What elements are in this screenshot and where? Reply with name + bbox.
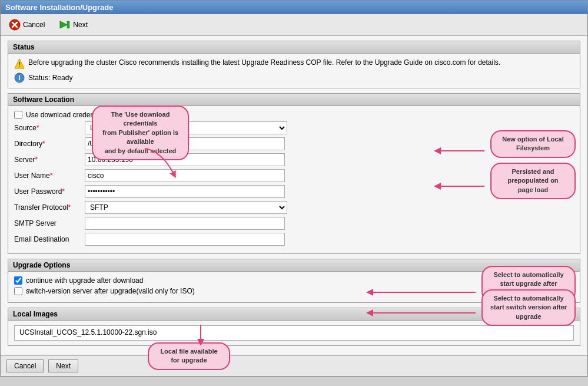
cancel-button[interactable]: Cancel xyxy=(6,18,47,32)
use-credentials-row: Use download credentials from Publisher xyxy=(14,111,574,119)
smtp-label: SMTP Server xyxy=(14,219,85,227)
source-row: Source* Local Filesystem SFTP FTP HTTP H… xyxy=(14,121,574,134)
email-row: Email Destination xyxy=(14,233,574,246)
password-row: User Password* xyxy=(14,185,574,198)
continue-upgrade-label: continue with upgrade after download xyxy=(26,276,143,285)
server-input[interactable] xyxy=(85,153,285,166)
status-section-body: ! Before upgrading the cluster Cisco rec… xyxy=(8,54,580,88)
window: Software Installation/Upgrade Cancel Nex… xyxy=(0,0,588,377)
server-label: Server* xyxy=(14,156,85,164)
toolbar: Cancel Next xyxy=(1,14,587,36)
switch-version-row: switch-version server after upgrade(vali… xyxy=(14,287,574,295)
software-location-body: Use download credentials from Publisher … xyxy=(8,106,580,253)
email-input[interactable] xyxy=(85,233,285,246)
next-button[interactable]: Next xyxy=(57,18,90,32)
warning-text: Before upgrading the cluster Cisco recom… xyxy=(28,58,500,67)
svg-rect-4 xyxy=(67,21,69,28)
status-section-title: Status xyxy=(8,41,580,54)
username-label: User Name* xyxy=(14,171,85,180)
status-text: Status: Ready xyxy=(28,74,72,82)
software-location-section: Software Location Use download credentia… xyxy=(8,93,580,254)
local-images-body: UCSInstall_UCOS_12.5.1.10000-22.sgn.iso xyxy=(8,321,580,345)
username-row: User Name* xyxy=(14,169,574,182)
next-icon xyxy=(59,19,71,31)
upgrade-options-section: Upgrade Options continue with upgrade af… xyxy=(8,259,580,303)
password-input[interactable] xyxy=(85,185,285,198)
transfer-label: Transfer Protocol* xyxy=(14,203,85,212)
warning-icon: ! xyxy=(14,58,25,69)
svg-text:!: ! xyxy=(18,61,21,68)
bottom-toolbar: Cancel Next xyxy=(1,355,587,376)
cancel-label: Cancel xyxy=(23,21,45,29)
next-label: Next xyxy=(73,21,88,29)
switch-version-label: switch-version server after upgrade(vali… xyxy=(26,287,195,295)
svg-marker-3 xyxy=(60,21,67,28)
main-content: Status ! Before upgrading the cluster Ci… xyxy=(1,36,587,355)
bottom-next-button[interactable]: Next xyxy=(48,359,78,372)
smtp-row: SMTP Server xyxy=(14,217,574,230)
bottom-cancel-button[interactable]: Cancel xyxy=(6,359,44,372)
directory-row: Directory* xyxy=(14,137,574,150)
transfer-select[interactable]: SFTP FTP xyxy=(85,201,287,214)
directory-label: Directory* xyxy=(14,140,85,148)
directory-input[interactable] xyxy=(85,137,285,150)
continue-upgrade-row: continue with upgrade after download xyxy=(14,276,574,285)
use-credentials-label: Use download credentials from Publisher xyxy=(26,111,154,119)
smtp-input[interactable] xyxy=(85,217,285,230)
status-section: Status ! Before upgrading the cluster Ci… xyxy=(8,41,580,88)
upgrade-options-title: Upgrade Options xyxy=(8,259,580,272)
status-warning: ! Before upgrading the cluster Cisco rec… xyxy=(14,58,574,69)
local-images-title: Local Images xyxy=(8,308,580,321)
software-location-title: Software Location xyxy=(8,94,580,106)
use-credentials-checkbox[interactable] xyxy=(14,111,22,119)
cancel-icon xyxy=(9,19,21,31)
source-select[interactable]: Local Filesystem SFTP FTP HTTP HTTPS xyxy=(85,121,287,134)
switch-version-checkbox[interactable] xyxy=(14,287,22,295)
upgrade-options-body: continue with upgrade after download swi… xyxy=(8,272,580,302)
local-file-name: UCSInstall_UCOS_12.5.1.10000-22.sgn.iso xyxy=(19,328,157,336)
svg-text:i: i xyxy=(18,74,20,82)
local-images-list: UCSInstall_UCOS_12.5.1.10000-22.sgn.iso xyxy=(14,325,574,341)
status-info: i Status: Ready xyxy=(14,72,574,83)
server-row: Server* xyxy=(14,153,574,166)
window-title: Software Installation/Upgrade xyxy=(5,3,113,12)
email-label: Email Destination xyxy=(14,235,85,243)
source-label: Source* xyxy=(14,124,85,132)
transfer-row: Transfer Protocol* SFTP FTP xyxy=(14,201,574,214)
local-images-section: Local Images UCSInstall_UCOS_12.5.1.1000… xyxy=(8,308,580,346)
username-input[interactable] xyxy=(85,169,285,182)
password-label: User Password* xyxy=(14,187,85,196)
info-icon: i xyxy=(14,72,25,83)
title-bar: Software Installation/Upgrade xyxy=(1,1,587,14)
continue-upgrade-checkbox[interactable] xyxy=(14,276,22,285)
